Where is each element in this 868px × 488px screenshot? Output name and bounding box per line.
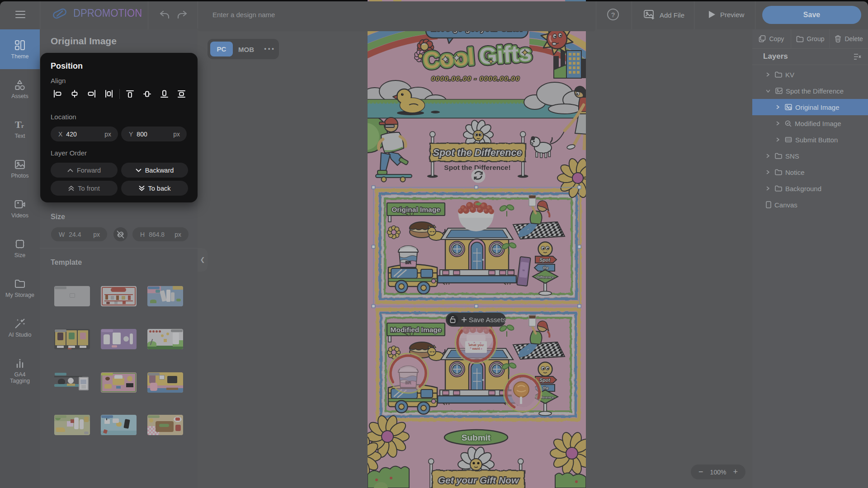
svg-text:T: T: [15, 119, 22, 130]
svg-text:r: r: [21, 122, 24, 129]
